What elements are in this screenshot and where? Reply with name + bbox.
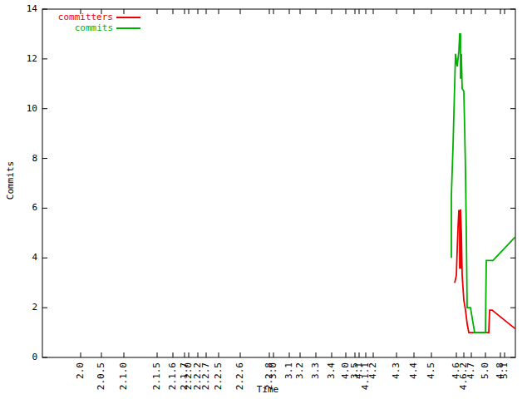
x-tick-label: 2.0.5 <box>96 362 106 399</box>
plot-area <box>0 0 532 399</box>
x-tick-label: 5.1 <box>500 362 510 399</box>
y-tick-label: 14 <box>9 4 37 14</box>
legend-line-sample-committers <box>116 17 140 18</box>
x-tick-label: 3.2 <box>295 362 305 399</box>
legend-line-sample-commits <box>116 27 140 29</box>
y-tick-label: 8 <box>9 154 37 164</box>
x-tick-label: 2.2.7 <box>201 362 211 399</box>
x-tick-label: 4.7 <box>466 362 476 399</box>
x-tick-label: 4.4 <box>409 362 419 399</box>
y-tick-label: 2 <box>9 303 37 313</box>
commits-series-line <box>451 34 515 332</box>
y-tick-label: 0 <box>9 352 37 362</box>
y-tick-label: 4 <box>9 253 37 263</box>
y-tick-label: 12 <box>9 54 37 64</box>
x-tick-label: 4.3 <box>392 362 401 399</box>
x-tick-label: 5.0 <box>480 362 490 399</box>
y-tick-label: 6 <box>9 203 37 213</box>
x-tick-label: 2.2.6 <box>235 362 245 399</box>
legend-label-commits: commits <box>13 22 113 33</box>
x-tick-label: 2.1.5 <box>152 362 162 399</box>
x-tick-label: 2.2.5 <box>214 362 224 399</box>
chart-canvas: Commits Time committers commits 02468101… <box>0 0 532 399</box>
plot-border <box>42 9 515 357</box>
x-tick-label: 3.3 <box>311 362 321 399</box>
x-tick-label: 4.2 <box>368 362 378 399</box>
x-tick-label: 3.0 <box>268 362 278 399</box>
x-tick-label: 2.1.0 <box>119 362 129 399</box>
x-tick-label: 3.1 <box>284 362 294 399</box>
y-tick-label: 10 <box>9 104 37 114</box>
x-tick-label: 3.4 <box>327 362 337 399</box>
x-tick-label: 2.1.6 <box>168 362 178 399</box>
x-tick-label: 2.0 <box>76 362 86 399</box>
x-tick-label: 4.5 <box>426 362 436 399</box>
